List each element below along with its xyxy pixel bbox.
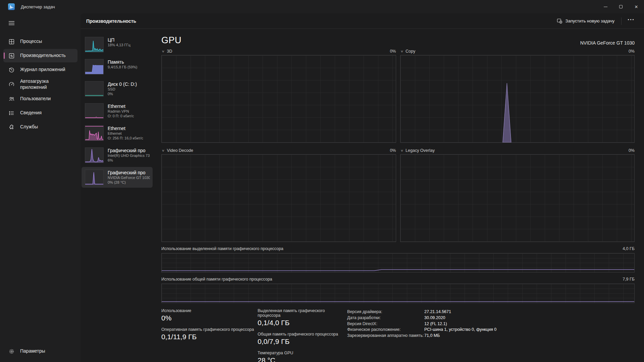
- task-manager-app-icon: [8, 3, 15, 10]
- run-new-task-button[interactable]: Запустить новую задачу: [553, 16, 618, 26]
- services-puzzle-icon: [8, 124, 15, 130]
- dedicated-memory-value: 0,1/4,0 ГБ: [258, 319, 347, 327]
- info-row-driver-version: Версия драйвера:27.21.14.5671: [347, 309, 635, 315]
- gpu-stats: Использование 0% Оперативная память граф…: [161, 308, 635, 362]
- maximize-button[interactable]: [613, 0, 629, 13]
- metric-detail: Ethernet: [108, 131, 143, 136]
- metric-name: ЦП: [108, 37, 130, 43]
- sidebar-item-label: Автозагрузка приложений: [20, 78, 75, 90]
- hamburger-icon: [9, 21, 14, 25]
- sidebar-item-startup-apps[interactable]: Автозагрузка приложений: [3, 77, 77, 92]
- gpu-engine-video-decode: ∨ Video Decode 0%: [161, 143, 396, 242]
- content-pane: Производительность Запустить новую задач…: [81, 13, 644, 362]
- engine-usage-value: 0%: [629, 148, 635, 153]
- metric-name: Диск 0 (C: D:): [108, 81, 137, 87]
- dedicated-memory-chart-label: Использование выделенной памяти графичес…: [161, 246, 283, 251]
- perf-item-gpu1-nvidia[interactable]: Графический про NVIDIA GeForce GT 1030 0…: [82, 167, 153, 188]
- content-header: Производительность Запустить новую задач…: [81, 13, 644, 29]
- gpu-device-name: NVIDIA GeForce GT 1030: [580, 40, 635, 46]
- metric-name: Память: [108, 59, 137, 65]
- sidebar-item-services[interactable]: Службы: [3, 120, 77, 134]
- metric-name: Графический про: [108, 148, 150, 153]
- header-divider: [621, 17, 622, 25]
- metric-detail: Radmin VPN: [108, 109, 134, 114]
- metric-detail: 0% (28 °C): [108, 180, 150, 185]
- more-options-button[interactable]: ···: [625, 16, 639, 26]
- gpu0-mini-chart: [85, 147, 104, 163]
- metric-detail: 6%: [108, 158, 150, 163]
- perf-item-gpu0-intel[interactable]: Графический про Intel(R) UHD Graphics 73…: [82, 145, 153, 166]
- engine-title: Video Decode: [167, 148, 193, 153]
- chevron-down-icon[interactable]: ∨: [161, 50, 166, 53]
- metric-detail: 18% 4,13 ГГц: [108, 43, 130, 47]
- gpu-title: GPU: [161, 35, 181, 46]
- info-row-driver-date: Дата разработки:30.09.2020: [347, 315, 635, 321]
- shared-memory-chart-max: 7,9 ГБ: [623, 277, 635, 282]
- engine-title: Copy: [406, 49, 415, 54]
- sidebar-item-settings[interactable]: Параметры: [3, 345, 77, 358]
- gpu-detail-pane: GPU NVIDIA GeForce GT 1030 ∨ 3D 0%: [153, 29, 644, 362]
- titlebar: Диспетчер задач ✕: [0, 0, 644, 13]
- chevron-down-icon[interactable]: ∨: [399, 50, 404, 53]
- run-new-task-label: Запустить новую задачу: [566, 18, 614, 23]
- sidebar-item-label: Процессы: [20, 39, 42, 45]
- perf-item-ethernet[interactable]: Ethernet Ethernet О: 256 П: 16,0 кбит/с: [82, 123, 153, 143]
- metric-detail: Intel(R) UHD Graphics 73: [108, 153, 150, 158]
- sidebar-item-app-history[interactable]: Журнал приложений: [3, 63, 77, 76]
- engine-chart-copy[interactable]: [400, 55, 635, 143]
- engine-chart-video-decode[interactable]: [161, 154, 396, 242]
- dedicated-memory-label: Выделенная память графического процессор…: [258, 308, 347, 318]
- disk-mini-chart: [85, 81, 104, 97]
- close-icon: ✕: [635, 4, 638, 9]
- usage-value: 0%: [161, 314, 258, 322]
- gpu-temp-value: 28 °C: [258, 356, 347, 362]
- nav-toggle-button[interactable]: [5, 17, 17, 29]
- chevron-down-icon[interactable]: ∨: [399, 149, 404, 152]
- sidebar-item-performance[interactable]: Производительность: [3, 49, 77, 62]
- engine-usage-value: 0%: [390, 148, 396, 153]
- perf-item-ethernet-vpn[interactable]: Ethernet Radmin VPN О: 0 П: 0 кбит/с: [82, 101, 153, 121]
- shared-memory-label: Общая память графического процессора: [258, 332, 347, 337]
- sidebar-item-users[interactable]: Пользователи: [3, 92, 77, 106]
- shared-memory-value: 0,0/7,9 ГБ: [258, 338, 347, 346]
- engine-usage-value: 0%: [390, 49, 396, 54]
- performance-icon: [8, 53, 15, 59]
- sidebar-item-processes[interactable]: Процессы: [3, 35, 77, 48]
- info-row-reserved-memory: Зарезервированная аппаратно память:71,0 …: [347, 333, 635, 339]
- gpu1-mini-chart: [85, 170, 104, 185]
- memory-mini-chart: [85, 59, 104, 74]
- window-controls: ✕: [598, 0, 644, 13]
- perf-item-cpu[interactable]: ЦП 18% 4,13 ГГц: [82, 34, 153, 55]
- close-button[interactable]: ✕: [629, 0, 644, 13]
- perf-item-memory[interactable]: Память 9,4/15,8 ГБ (59%): [82, 56, 153, 77]
- page-title: Производительность: [86, 18, 136, 24]
- engine-title: Legacy Overlay: [406, 148, 435, 153]
- dedicated-memory-chart-max: 4,0 ГБ: [623, 246, 635, 251]
- startup-gauge-icon: [8, 81, 15, 87]
- nav-sidebar: Процессы Производительность Журнал прило…: [0, 13, 81, 362]
- metric-detail: О: 0 П: 0 кбит/с: [108, 114, 134, 118]
- sidebar-item-label: Службы: [20, 124, 38, 130]
- engine-chart-legacy-overlay[interactable]: [400, 154, 635, 242]
- minimize-button[interactable]: [598, 0, 613, 13]
- metric-detail: NVIDIA GeForce GT 1030: [108, 175, 150, 180]
- engine-usage-value: 0%: [629, 49, 635, 54]
- users-icon: [8, 96, 15, 102]
- dedicated-memory-chart[interactable]: [161, 253, 635, 273]
- usage-label: Использование: [161, 308, 258, 313]
- window-title: Диспетчер задач: [21, 4, 55, 9]
- info-row-physical-location: Физическое расположение:PCI-шина 1, устр…: [347, 327, 635, 333]
- sidebar-item-label: Пользователи: [20, 96, 51, 102]
- engine-chart-3d[interactable]: [161, 55, 396, 143]
- info-row-directx-version: Версия DirectX:12 (FL 12.1): [347, 321, 635, 327]
- perf-item-disk0[interactable]: Диск 0 (C: D:) SSD 0%: [82, 78, 153, 99]
- shared-memory-chart[interactable]: [161, 284, 635, 303]
- chevron-down-icon[interactable]: ∨: [161, 149, 166, 152]
- gpu-info-table: Версия драйвера:27.21.14.5671 Дата разра…: [347, 308, 635, 362]
- sidebar-item-label: Производительность: [20, 53, 66, 59]
- gear-icon: [8, 349, 15, 354]
- engine-title: 3D: [167, 49, 172, 54]
- metric-detail: 0%: [108, 92, 137, 96]
- sidebar-item-label: Журнал приложений: [20, 67, 65, 73]
- sidebar-item-details[interactable]: Сведения: [3, 106, 77, 120]
